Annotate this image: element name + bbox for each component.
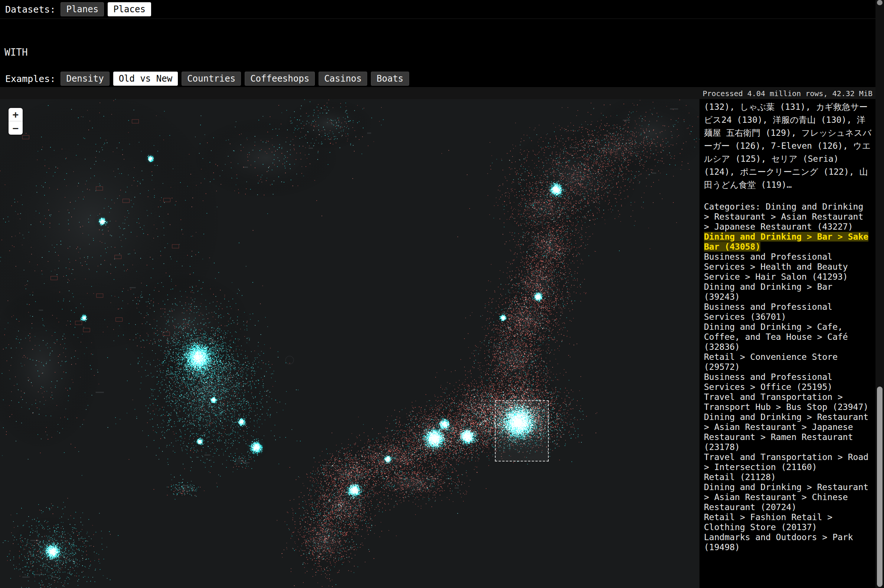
category-item-text[interactable]: Travel and Transportation > Transport Hu… bbox=[704, 392, 868, 412]
sidebar: (132), しゃぶ葉 (131), カギ救急サービス24 (130), 洋服の… bbox=[699, 99, 875, 588]
examples-bar: Examples: Density Old vs New Countries C… bbox=[0, 70, 875, 87]
category-item-text[interactable]: Dining and Drinking > Restaurant > Asian… bbox=[704, 412, 868, 452]
dataset-button-planes[interactable]: Planes bbox=[60, 2, 104, 16]
category-item[interactable]: Dining and Drinking > Restaurant > Asian… bbox=[704, 482, 872, 512]
content: Datasets: Planes Places WITH bitShiftLef… bbox=[0, 0, 875, 588]
category-item-text[interactable]: Retail > Convenience Store (29572) bbox=[704, 352, 837, 372]
map[interactable]: + − bbox=[0, 99, 699, 588]
page: Datasets: Planes Places WITH bitShiftLef… bbox=[0, 0, 884, 588]
map-canvas[interactable] bbox=[0, 99, 699, 588]
category-item[interactable]: Retail > Convenience Store (29572) bbox=[704, 352, 872, 372]
category-item[interactable]: Business and Professional Services > Hea… bbox=[704, 252, 872, 282]
category-item-text[interactable]: Retail > Fashion Retail > Clothing Store… bbox=[704, 512, 832, 532]
examples-label: Examples: bbox=[5, 74, 55, 84]
category-item-text[interactable]: Business and Professional Services > Hea… bbox=[704, 252, 848, 282]
category-item[interactable]: Retail > Fashion Retail > Clothing Store… bbox=[704, 512, 872, 532]
category-item-text[interactable]: Dining and Drinking > Cafe, Coffee, and … bbox=[704, 322, 848, 352]
category-item[interactable]: Dining and Drinking > Bar (39243) bbox=[704, 282, 872, 302]
category-list: Categories: Dining and Drinking > Restau… bbox=[704, 202, 872, 552]
category-item-text[interactable]: Landmarks and Outdoors > Park (19498) bbox=[704, 532, 853, 552]
zoom-in-button[interactable]: + bbox=[9, 108, 23, 121]
category-item-text[interactable]: Dining and Drinking > Restaurant > Asian… bbox=[704, 482, 868, 512]
example-button-countries[interactable]: Countries bbox=[182, 72, 241, 86]
scrollbar-thumb[interactable] bbox=[877, 387, 882, 587]
category-item[interactable]: Landmarks and Outdoors > Park (19498) bbox=[704, 532, 872, 552]
datasets-label: Datasets: bbox=[5, 4, 55, 15]
category-item[interactable]: Business and Professional Services > Off… bbox=[704, 372, 872, 392]
main: + − (132), しゃぶ葉 (131), カギ救急サービス24 (130),… bbox=[0, 99, 875, 588]
sql-editor[interactable]: WITH bitShiftLeft(1::UInt64, {z:UInt8}) … bbox=[0, 18, 875, 70]
category-item-text[interactable]: Retail (21128) bbox=[704, 472, 776, 482]
category-item[interactable]: Retail (21128) bbox=[704, 472, 872, 482]
example-button-casinos[interactable]: Casinos bbox=[319, 72, 367, 86]
example-button-boats[interactable]: Boats bbox=[371, 72, 409, 86]
datasets-bar: Datasets: Planes Places bbox=[0, 0, 875, 18]
category-item[interactable]: Business and Professional Services (3670… bbox=[704, 302, 872, 322]
example-button-density[interactable]: Density bbox=[60, 72, 109, 86]
category-item-text[interactable]: Business and Professional Services (3670… bbox=[704, 302, 832, 322]
category-item-text[interactable]: Dining and Drinking > Bar (39243) bbox=[704, 282, 832, 302]
zoom-out-button[interactable]: − bbox=[9, 121, 23, 135]
page-scrollbar[interactable] bbox=[875, 0, 884, 588]
category-item[interactable]: Dining and Drinking > Restaurant > Asian… bbox=[704, 412, 872, 452]
category-item[interactable]: Dining and Drinking > Bar > Sake Bar (43… bbox=[704, 232, 872, 252]
example-button-coffeeshops[interactable]: Coffeeshops bbox=[245, 72, 315, 86]
sql-line-1: WITH bbox=[5, 46, 875, 58]
category-item-text[interactable]: Travel and Transportation > Road > Inter… bbox=[704, 452, 868, 472]
brands-text: (132), しゃぶ葉 (131), カギ救急サービス24 (130), 洋服の… bbox=[704, 100, 872, 191]
category-item[interactable]: Dining and Drinking > Cafe, Coffee, and … bbox=[704, 322, 872, 352]
dataset-button-places[interactable]: Places bbox=[108, 2, 151, 16]
category-item[interactable]: Travel and Transportation > Transport Hu… bbox=[704, 392, 872, 412]
status-bar: Processed 4.04 million rows, 42.32 MiB bbox=[0, 87, 875, 99]
category-item[interactable]: Travel and Transportation > Road > Inter… bbox=[704, 452, 872, 472]
category-item-text[interactable]: Business and Professional Services > Off… bbox=[704, 372, 832, 392]
selection-rectangle[interactable] bbox=[495, 400, 549, 462]
category-item-text[interactable]: Dining and Drinking > Bar > Sake Bar (43… bbox=[704, 232, 868, 252]
example-button-old-vs-new[interactable]: Old vs New bbox=[113, 72, 178, 86]
categories-label-prefix: Categories: bbox=[704, 202, 765, 212]
scrollbar-thumb-top[interactable] bbox=[877, 0, 882, 5]
zoom-control: + − bbox=[9, 108, 23, 135]
category-item[interactable]: Categories: Dining and Drinking > Restau… bbox=[704, 202, 872, 232]
status-text: Processed 4.04 million rows, 42.32 MiB bbox=[702, 89, 872, 98]
